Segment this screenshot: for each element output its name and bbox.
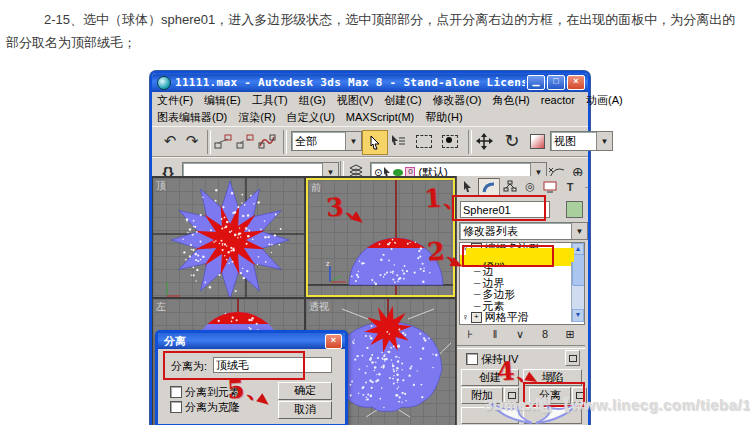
dialog-title: 分离 [164,334,186,349]
menu-item[interactable]: 创建(C) [384,94,421,106]
toolbar-divider [207,130,211,154]
menu-item[interactable]: reactor [541,94,575,106]
rectangular-selection-icon[interactable] [416,135,432,148]
scale-icon[interactable] [530,134,545,149]
menu-item[interactable]: 视图(V) [337,94,374,106]
configure-modifier-sets-icon[interactable]: ⊞ [562,328,578,341]
close-button[interactable]: × [567,75,585,90]
chevron-down-icon[interactable]: ▼ [571,223,587,239]
dialog-title-bar[interactable]: 分离 × [158,333,345,349]
menu-item[interactable]: 自定义(U) [287,111,335,123]
viewport-top[interactable]: 顶 [153,178,304,297]
preserve-uv-settings-button[interactable] [565,350,580,366]
object-color-swatch[interactable] [566,201,583,218]
rotate-icon[interactable]: ↻ [502,130,522,152]
unlink-icon[interactable] [236,130,254,152]
detach-to-element-checkbox[interactable] [170,386,182,398]
scroll-down-icon[interactable]: ▼ [572,309,584,322]
modifier-list-dropdown[interactable]: 修改器列表 ▼ [459,222,588,240]
tab-motion[interactable]: ◎ [520,178,540,195]
layer-teapot-icon [393,169,403,176]
watermark-text: 3Dmax吧 【www.linecg.com/tieba/1771】 [484,396,750,415]
ref-coord-value: 视图 [554,134,576,149]
menu-item[interactable]: MAXScript(M) [346,111,414,123]
close-icon[interactable]: × [325,334,342,349]
menu-item[interactable]: 渲染(R) [238,111,275,123]
viewport-perspective-label: 透视 [309,300,329,314]
reference-coordinate-dropdown[interactable]: 视图 ▼ [550,131,613,151]
stack-row-label: 边 [482,266,493,278]
make-unique-icon[interactable]: ∨ [512,328,528,341]
preserve-uv-checkbox[interactable] [466,353,478,365]
chevron-down-icon[interactable]: ▼ [596,132,612,150]
move-icon[interactable] [476,130,493,152]
stack-row[interactable]: 边 [460,266,572,278]
maximize-button[interactable]: □ [547,75,565,90]
cancel-button[interactable]: 取消 [278,401,332,419]
modifier-list-label: 修改器列表 [463,224,518,239]
tab-utilities[interactable]: T [560,178,580,195]
menu-item[interactable]: 图表编辑器(D) [157,111,227,123]
select-object-button[interactable] [362,130,388,155]
redo-icon[interactable]: ↷ [182,130,202,152]
tab-display[interactable] [540,178,560,195]
undo-icon[interactable]: ↶ [160,130,180,152]
minimize-button[interactable]: ▁ [527,75,545,90]
remove-modifier-icon[interactable]: 8 [537,328,553,340]
selection-filter-value: 全部 [295,134,317,149]
tutorial-instruction: 2-15、选中（球体）sphere01，进入多边形级状态，选中顶部部分，点开分离… [6,8,746,54]
toolbar-divider [468,130,472,154]
main-toolbar: ↶ ↷ 全部 ▼ ↻ 视图 ▼ [152,126,588,157]
viewport-top-label: 顶 [156,179,166,193]
expand-toggle-icon[interactable]: + [471,312,482,323]
menu-item[interactable]: 角色(H) [493,94,530,106]
stack-row-label: 网格平滑 [485,312,529,324]
menu-item[interactable]: 文件(F) [157,94,193,106]
instruction-line1: 2-15、选中（球体）sphere01，进入多边形级状态，选中顶部部分，点开分离… [6,8,746,31]
title-bar[interactable]: 11111.max - Autodesk 3ds Max 8 - Stand-a… [152,73,588,92]
annotation-box-vertex [462,245,554,267]
menu-item[interactable]: 编辑(E) [204,94,241,106]
stack-row[interactable]: 多边形 [460,289,572,301]
selection-filter-dropdown[interactable]: 全部 ▼ [291,131,362,151]
window-title: 11111.max - Autodesk 3ds Max 8 - Stand-a… [175,76,525,89]
show-end-result-icon[interactable]: ‖ [487,328,503,340]
menu-item[interactable]: 动画(A) [586,94,623,106]
stack-row[interactable]: 边界 [460,278,572,290]
stack-toolbar: ⊦ ‖ ∨ 8 ⊞ [457,325,590,343]
menu-bar-row1: 文件(F)编辑(E)工具(T)组(G)视图(V)创建(C)修改器(O)角色(H)… [152,92,588,109]
window-crossing-icon[interactable] [442,135,458,148]
app-icon [157,76,171,90]
menu-item[interactable]: 组(G) [299,94,326,106]
detach-as-clone-checkbox[interactable] [170,401,182,413]
axis-z-label: z [326,260,330,267]
pin-stack-icon[interactable]: ⊦ [462,328,478,341]
menu-item[interactable]: 修改器(O) [433,94,482,106]
bind-spacewarp-icon[interactable] [258,130,276,152]
menu-item[interactable]: 工具(T) [252,94,288,106]
toolbar-divider [283,130,287,154]
panel-separator [457,345,585,349]
annotation-step1: 1、 [423,180,468,216]
select-by-name-icon[interactable] [390,130,406,152]
menu-item[interactable]: 帮助(H) [425,111,462,123]
ok-button[interactable]: 确定 [278,382,332,400]
chevron-down-icon[interactable]: ▼ [345,132,361,150]
bulb-icon[interactable]: ♀ [462,312,469,324]
tab-hierarchy[interactable] [500,178,520,195]
menu-bar-row2: 图表编辑器(D)渲染(R)自定义(U)MAXScript(M)帮助(H) [152,109,588,126]
stack-row-label: 多边形 [482,289,515,301]
select-link-icon[interactable] [214,130,232,152]
stack-row[interactable]: ♀+网格平滑 [460,312,572,324]
viewport-front-label: 前 [311,181,321,195]
instruction-line2: 部分取名为顶部绒毛； [6,31,746,54]
viewport-left-label: 左 [156,300,166,314]
